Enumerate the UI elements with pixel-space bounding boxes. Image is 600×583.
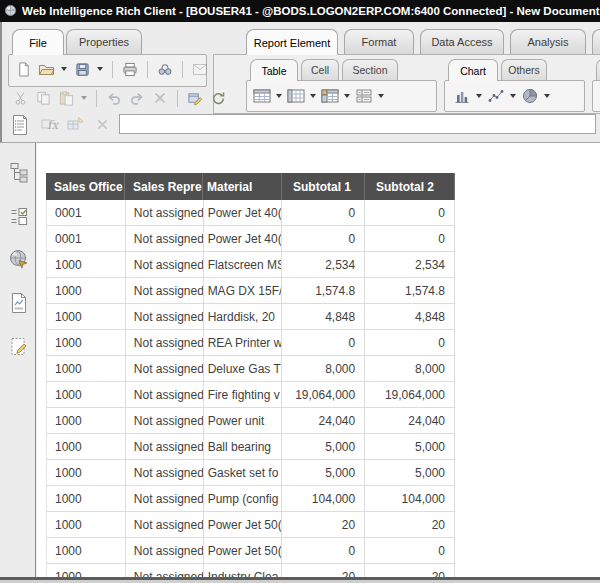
cell-sales-representative[interactable]: Not assigned (126, 304, 204, 329)
delete-icon[interactable] (150, 88, 170, 108)
cell-sales-representative[interactable]: Not assigned (126, 408, 204, 433)
column-header-subtotal-2[interactable]: Subtotal 2 (365, 173, 455, 200)
cell-subtotal-1[interactable]: 5,000 (282, 460, 365, 485)
document-summary-icon[interactable] (7, 112, 33, 138)
cell-subtotal-1[interactable]: 104,000 (282, 486, 365, 511)
cell-sales-representative[interactable]: Not assigned (126, 538, 204, 563)
mail-icon[interactable] (190, 59, 210, 79)
cell-sales-office[interactable]: 1000 (47, 382, 126, 407)
subtab-others[interactable]: Others (501, 59, 547, 80)
cell-subtotal-2[interactable]: 5,000 (365, 434, 455, 459)
cell-sales-representative[interactable]: Not assigned (126, 564, 204, 578)
cell-sales-representative[interactable]: Not assigned (126, 434, 204, 459)
copy-icon[interactable] (33, 88, 53, 108)
cell-sales-representative[interactable]: Not assigned (126, 252, 204, 277)
cell-sales-office[interactable]: 1000 (47, 252, 126, 277)
cell-sales-representative[interactable]: Not assigned (126, 382, 204, 407)
cell-material[interactable]: Fire fighting v (204, 382, 283, 407)
line-chart-dropdown-icon[interactable] (510, 94, 516, 98)
cell-sales-representative[interactable]: Not assigned (126, 278, 204, 303)
design-mode-icon[interactable] (185, 88, 205, 108)
paste-icon[interactable] (56, 88, 76, 108)
cell-subtotal-2[interactable]: 0 (365, 538, 455, 563)
cell-sales-office[interactable]: 1000 (47, 460, 126, 485)
print-icon[interactable] (120, 59, 140, 79)
cell-subtotal-1[interactable]: 19,064,000 (282, 382, 365, 407)
formula-icon[interactable]: fx (40, 114, 60, 134)
undo-icon[interactable] (104, 88, 124, 108)
subtab-table[interactable]: Table (250, 59, 298, 81)
column-header-sales-representative[interactable]: Sales Repres (125, 173, 203, 200)
cell-sales-office[interactable]: 1000 (47, 538, 126, 563)
cell-sales-representative[interactable]: Not assigned (126, 226, 204, 251)
cell-material[interactable]: Power Jet 40( (204, 200, 283, 225)
cell-subtotal-2[interactable]: 4,848 (365, 304, 455, 329)
title-bar[interactable]: Web Intelligence Rich Client - [BOUSER41… (0, 0, 600, 22)
form-dropdown-icon[interactable] (378, 94, 384, 98)
cell-material[interactable]: Harddisk, 20 (204, 304, 283, 329)
tab-analysis[interactable]: Analysis (510, 29, 586, 54)
cell-sales-representative[interactable]: Not assigned (126, 330, 204, 355)
cell-sales-representative[interactable]: Not assigned (126, 200, 204, 225)
redo-icon[interactable] (127, 88, 147, 108)
cell-subtotal-1[interactable]: 2,534 (282, 252, 365, 277)
crosstab-icon[interactable] (320, 86, 340, 106)
save-dropdown-icon[interactable] (97, 67, 103, 71)
cell-material[interactable]: Power Jet 40( (204, 226, 283, 251)
tab-file[interactable]: File (12, 29, 64, 55)
cell-sales-office[interactable]: 0001 (47, 200, 126, 225)
cell-subtotal-2[interactable]: 0 (365, 200, 455, 225)
cell-sales-representative[interactable]: Not assigned (126, 486, 204, 511)
tab-format[interactable]: Format (344, 29, 414, 54)
cell-material[interactable]: MAG DX 15F/ (204, 278, 283, 303)
formula-input[interactable] (119, 114, 596, 134)
cell-material[interactable]: Power Jet 50( (204, 538, 283, 563)
tab-partial[interactable] (592, 29, 600, 54)
cell-subtotal-1[interactable]: 20 (282, 512, 365, 537)
cell-sales-representative[interactable]: Not assigned (126, 356, 204, 381)
tab-report-element[interactable]: Report Element (246, 29, 338, 55)
subtab-cell[interactable]: Cell (301, 59, 339, 80)
cell-subtotal-2[interactable]: 5,000 (365, 460, 455, 485)
cell-subtotal-1[interactable]: 5,000 (282, 434, 365, 459)
cell-material[interactable]: Flatscreen MS (204, 252, 283, 277)
cell-subtotal-1[interactable]: 0 (282, 330, 365, 355)
cell-subtotal-2[interactable]: 24,040 (365, 408, 455, 433)
cell-sales-office[interactable]: 1000 (47, 512, 126, 537)
cell-material[interactable]: Deluxe Gas T (204, 356, 283, 381)
vertical-table-dropdown-icon[interactable] (310, 94, 316, 98)
find-icon[interactable] (155, 59, 175, 79)
save-icon[interactable] (72, 59, 92, 79)
column-header-material[interactable]: Material (203, 173, 282, 200)
create-variable-icon[interactable] (66, 114, 86, 134)
cell-material[interactable]: Power Jet 50( (204, 512, 283, 537)
cell-subtotal-1[interactable]: 8,000 (282, 356, 365, 381)
input-controls-icon[interactable] (6, 203, 32, 229)
cell-material[interactable]: Industry Clea (204, 564, 283, 578)
cell-material[interactable]: Gasket set fo (204, 460, 283, 485)
line-chart-icon[interactable] (486, 86, 506, 106)
paste-dropdown-icon[interactable] (81, 96, 87, 100)
cell-sales-representative[interactable]: Not assigned (126, 460, 204, 485)
cell-material[interactable]: REA Printer w (204, 330, 283, 355)
refresh-data-icon[interactable] (208, 88, 228, 108)
cell-sales-office[interactable]: 1000 (47, 330, 126, 355)
cell-subtotal-2[interactable]: 0 (365, 226, 455, 251)
bar-chart-dropdown-icon[interactable] (476, 94, 482, 98)
cell-subtotal-1[interactable]: 0 (282, 226, 365, 251)
open-dropdown-icon[interactable] (61, 67, 67, 71)
form-icon[interactable] (354, 86, 374, 106)
open-icon[interactable] (36, 59, 56, 79)
cell-sales-office[interactable]: 1000 (47, 304, 126, 329)
cell-subtotal-2[interactable]: 8,000 (365, 356, 455, 381)
crosstab-dropdown-icon[interactable] (344, 94, 350, 98)
subtab-chart[interactable]: Chart (448, 59, 498, 81)
navigation-map-icon[interactable] (6, 159, 32, 185)
cell-material[interactable]: Ball bearing (204, 434, 283, 459)
cell-subtotal-1[interactable]: 1,574.8 (282, 278, 365, 303)
cell-subtotal-2[interactable]: 0 (365, 330, 455, 355)
cell-subtotal-2[interactable]: 20 (365, 512, 455, 537)
cell-subtotal-2[interactable]: 1,574.8 (365, 278, 455, 303)
cell-sales-representative[interactable]: Not assigned (126, 512, 204, 537)
horizontal-table-dropdown-icon[interactable] (276, 94, 282, 98)
